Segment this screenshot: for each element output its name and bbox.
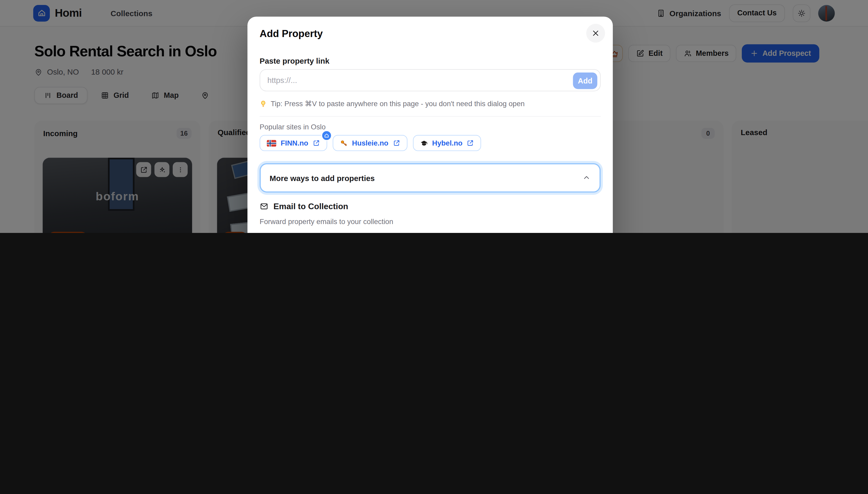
norway-flag-icon [267,140,276,146]
key-icon [340,139,348,147]
lightbulb-icon [260,100,267,108]
more-ways-toggle[interactable]: More ways to add properties [260,163,601,192]
add-button[interactable]: Add [573,73,597,89]
chevron-up-icon [583,174,591,182]
paste-link-label: Paste property link [260,56,329,65]
modal-title: Add Property [260,28,323,40]
email-section-sub: Forward property emails to your collecti… [260,217,393,226]
email-section-heading: Email to Collection [260,201,348,211]
external-link-icon [313,139,320,147]
graduation-cap-icon [420,139,428,147]
close-button[interactable] [586,24,605,42]
divider [260,116,601,117]
url-input[interactable] [260,70,600,91]
popular-sites-label: Popular sites in Oslo [260,123,326,131]
envelope-icon [260,202,269,210]
site-chip-husleie[interactable]: Husleie.no [332,135,407,151]
site-chip-finn[interactable]: FINN.no [260,135,327,151]
paste-tip: Tip: Press ⌘V to paste anywhere on this … [260,100,524,108]
add-property-modal: Add Property Paste property link Add Tip… [247,17,613,233]
url-input-wrap: Add [260,69,601,91]
popular-sites: FINN.no Husleie.no Hybel.no [260,135,481,151]
app-root: Homi Collections Organizations Contact U… [0,0,868,233]
site-chip-hybel[interactable]: Hybel.no [413,135,481,151]
external-link-icon [393,139,400,147]
close-icon [591,29,600,38]
external-link-icon [467,139,474,147]
house-notification-badge [321,130,332,141]
